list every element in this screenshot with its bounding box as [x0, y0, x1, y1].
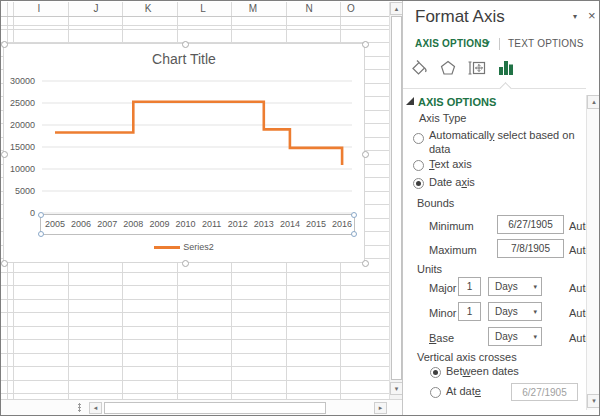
excel-window: IJKLMNO ▴ ▾ ◂ ▸ Chart Title 050001000015… — [0, 0, 600, 416]
spreadsheet: IJKLMNO ▴ ▾ ◂ ▸ Chart Title 050001000015… — [1, 1, 402, 415]
y-axis-label[interactable]: 20000 — [4, 120, 35, 130]
chart-resize-handle[interactable] — [362, 151, 369, 158]
chart-legend[interactable]: Series2 — [4, 242, 364, 252]
minimum-label: Minimum — [429, 220, 474, 232]
chart-resize-handle[interactable] — [182, 260, 189, 267]
collapse-triangle-icon[interactable] — [406, 97, 414, 105]
y-axis-label[interactable]: 10000 — [4, 164, 35, 174]
minor-unit-input[interactable] — [458, 302, 481, 321]
chart-resize-handle[interactable] — [182, 41, 189, 48]
vertical-axis-crosses-label: Vertical axis crosses — [417, 351, 517, 363]
chevron-down-icon[interactable]: ▾ — [486, 39, 490, 47]
major-unit-select[interactable]: Days▾ — [488, 277, 542, 296]
column-header[interactable]: M — [249, 3, 257, 14]
chart-resize-handle[interactable] — [362, 260, 369, 267]
radio-between-dates[interactable] — [430, 367, 441, 378]
column-header-row[interactable]: IJKLMNO — [1, 2, 389, 17]
column-header[interactable]: I — [38, 3, 41, 14]
radio-text-axis-label[interactable]: Text axis — [429, 158, 472, 170]
column-header[interactable]: J — [94, 3, 99, 14]
column-header[interactable]: K — [145, 3, 152, 14]
y-axis-label[interactable]: 15000 — [4, 142, 35, 152]
chart-options-icon[interactable] — [496, 58, 516, 78]
y-axis-label[interactable]: 0 — [4, 208, 35, 218]
minor-unit-select[interactable]: Days▾ — [488, 302, 542, 321]
bounds-label: Bounds — [417, 197, 454, 209]
radio-auto-select-label[interactable]: Automatically select based on data — [429, 128, 593, 157]
maximum-input[interactable] — [497, 239, 564, 258]
column-header[interactable]: N — [305, 3, 312, 14]
radio-between-dates-label[interactable]: Between dates — [446, 365, 519, 377]
panel-scrollbar[interactable]: ▴ ▾ — [586, 95, 600, 410]
chevron-down-icon: ▾ — [533, 283, 537, 291]
major-unit-input[interactable] — [458, 277, 481, 296]
vertical-scroll-thumb[interactable] — [391, 16, 402, 380]
chart-resize-handle[interactable] — [362, 41, 369, 48]
minor-unit-label: Minor — [429, 307, 457, 319]
section-axis-options[interactable]: AXIS OPTIONS — [418, 96, 496, 108]
axis-selection-handle[interactable] — [38, 231, 44, 237]
pane-options-icon[interactable]: ▾ — [573, 12, 577, 21]
fill-icon[interactable] — [409, 58, 429, 78]
size-properties-icon[interactable] — [467, 58, 487, 78]
radio-auto-select[interactable] — [413, 133, 424, 144]
scroll-up-icon[interactable]: ▴ — [587, 95, 600, 109]
chart-resize-handle[interactable] — [1, 260, 8, 267]
tab-split-handle[interactable] — [78, 403, 81, 412]
horizontal-scroll-thumb[interactable] — [104, 402, 326, 414]
at-date-input[interactable] — [511, 383, 578, 401]
chevron-down-icon: ▾ — [533, 308, 537, 316]
base-unit-select[interactable]: Days▾ — [488, 327, 542, 346]
selected-icon-caret — [499, 82, 512, 95]
sheet-vertical-scrollbar[interactable]: ▴ ▾ — [389, 2, 402, 399]
scroll-down-icon[interactable]: ▾ — [587, 394, 600, 408]
axis-type-label: Axis Type — [419, 112, 467, 124]
maximum-label: Maximum — [429, 244, 477, 256]
sheet-horizontal-scrollbar[interactable]: ◂ ▸ — [1, 399, 402, 415]
minimum-input[interactable] — [497, 215, 564, 234]
chevron-down-icon: ▾ — [533, 333, 537, 341]
panel-title: Format Axis — [415, 7, 505, 27]
format-axis-panel: Format Axis ▾ × AXIS OPTIONS ▾ TEXT OPTI… — [402, 1, 600, 416]
axis-selection-handle[interactable] — [351, 231, 357, 237]
chart-frame[interactable]: Chart Title 0500010000150002000025000300… — [3, 43, 365, 263]
radio-date-axis[interactable] — [413, 178, 424, 189]
effects-icon[interactable] — [438, 58, 458, 78]
close-icon[interactable]: × — [588, 8, 596, 23]
radio-date-axis-label[interactable]: Date axis — [429, 176, 475, 188]
chart-resize-handle[interactable] — [1, 151, 8, 158]
chart-resize-handle[interactable] — [1, 41, 8, 48]
column-header[interactable]: O — [347, 3, 355, 14]
legend-series-label: Series2 — [183, 242, 214, 252]
column-header[interactable]: L — [200, 3, 206, 14]
radio-at-date-label[interactable]: At date — [446, 385, 481, 397]
radio-at-date[interactable] — [430, 387, 441, 398]
major-unit-label: Major — [429, 282, 457, 294]
tab-axis-options[interactable]: AXIS OPTIONS — [415, 38, 489, 49]
tab-text-options[interactable]: TEXT OPTIONS — [508, 38, 584, 49]
scroll-right-icon[interactable]: ▸ — [374, 402, 387, 414]
axis-selection-handle[interactable] — [351, 212, 357, 218]
tab-divider — [499, 38, 500, 50]
units-label: Units — [417, 263, 442, 275]
scroll-left-icon[interactable]: ◂ — [89, 402, 102, 414]
legend-series-marker — [154, 246, 180, 249]
base-unit-label: Base — [429, 332, 454, 344]
divider — [403, 88, 586, 89]
y-axis-label[interactable]: 30000 — [4, 76, 35, 86]
axis-selection-handle[interactable] — [38, 212, 44, 218]
y-axis-label[interactable]: 25000 — [4, 98, 35, 108]
series-line[interactable] — [55, 102, 342, 165]
radio-text-axis[interactable] — [413, 160, 424, 171]
date-axis-selection-box[interactable] — [40, 214, 355, 235]
y-axis-label[interactable]: 5000 — [4, 186, 35, 196]
